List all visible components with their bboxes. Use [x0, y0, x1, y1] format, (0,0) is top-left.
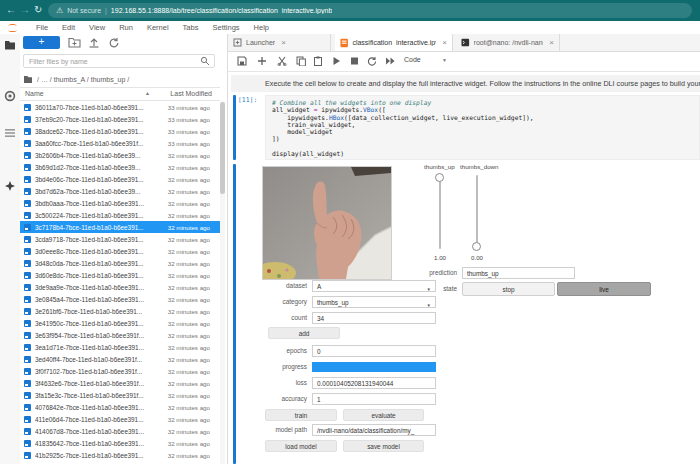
- file-row[interactable]: 3ed40ff4-7bce-11ed-b1a0-b6ee391f... 32 m…: [20, 353, 220, 365]
- slider-label-thumbs-up: thumbs_up: [424, 163, 455, 170]
- markdown-cell[interactable]: Execute the cell below to create and dis…: [231, 75, 700, 92]
- menu-run[interactable]: Run: [112, 23, 140, 32]
- filter-files-input[interactable]: Filter files by name: [23, 54, 215, 68]
- command-palette-icon[interactable]: [4, 128, 16, 138]
- upload-icon[interactable]: [88, 37, 100, 48]
- file-row[interactable]: 3fa15e3c-7bce-11ed-b1a0-b6ee391f... 32 m…: [20, 389, 220, 401]
- file-row[interactable]: 3c7178b4-7bce-11ed-b1a0-b6ee391... 32 mi…: [20, 221, 220, 233]
- file-modified: 32 minutes ago: [152, 344, 210, 351]
- copy-cells-icon[interactable]: [296, 56, 306, 66]
- file-row[interactable]: 3f0f7102-7bce-11ed-b1a0-b6ee391f... 32 m…: [20, 365, 220, 377]
- file-row[interactable]: 3c500224-7bce-11ed-b1a0-b6ee391... 32 mi…: [20, 209, 220, 221]
- menu-help[interactable]: Help: [247, 23, 276, 32]
- stop-kernel-icon[interactable]: [350, 56, 359, 66]
- count-field[interactable]: 34: [312, 312, 436, 324]
- close-tab-icon[interactable]: ×: [442, 38, 447, 47]
- browser-forward-icon[interactable]: →: [20, 3, 30, 17]
- scrollbar-thumb[interactable]: [220, 102, 225, 194]
- file-row[interactable]: 3bd7d62a-7bce-11ed-b1a0-b6ee39... 32 min…: [20, 185, 220, 197]
- state-live-button[interactable]: live: [557, 282, 651, 296]
- file-row[interactable]: 3cda9718-7bce-11ed-b1a0-b6ee391... 32 mi…: [20, 233, 220, 245]
- file-row[interactable]: 3d48c0da-7bce-11ed-b1a0-b6ee391... 32 mi…: [20, 257, 220, 269]
- file-row[interactable]: 37eb9c20-7bce-11ed-b1a0-b6ee391... 33 mi…: [20, 113, 220, 125]
- tab-launcher[interactable]: Launcher ×: [228, 34, 331, 51]
- menu-view[interactable]: View: [82, 23, 112, 32]
- file-row[interactable]: 41b2925c-7bce-11ed-b1a0-b6ee391... 32 mi…: [20, 449, 220, 461]
- file-row[interactable]: 3aa60fcc-7bce-11ed-b1a0-b6ee391f... 33 m…: [20, 137, 220, 149]
- train-button[interactable]: train: [265, 409, 337, 421]
- menu-tabs[interactable]: Tabs: [176, 23, 206, 32]
- save-model-button[interactable]: save model: [343, 440, 424, 452]
- tab-terminal[interactable]: root@nano: /nvdli-nano ×: [456, 34, 560, 51]
- file-row[interactable]: 3b69d1d2-7bce-11ed-b1a0-b6ee39... 32 min…: [20, 161, 220, 173]
- running-kernels-icon[interactable]: [4, 90, 16, 102]
- browser-back-icon[interactable]: ←: [6, 3, 16, 17]
- file-row[interactable]: 3bd4e06c-7bce-11ed-b1a0-b6ee391... 32 mi…: [20, 173, 220, 185]
- state-stop-button[interactable]: stop: [462, 282, 555, 296]
- new-folder-icon[interactable]: [68, 37, 81, 48]
- menu-edit[interactable]: Edit: [55, 23, 82, 32]
- file-row[interactable]: 3b2606b4-7bce-11ed-b1a0-b6ee39... 32 min…: [20, 149, 220, 161]
- menu-file[interactable]: File: [29, 23, 55, 32]
- add-button[interactable]: add: [268, 327, 340, 339]
- thumbs-down-slider-handle[interactable]: [472, 242, 481, 251]
- load-model-button[interactable]: load model: [265, 440, 337, 452]
- menu-kernel[interactable]: Kernel: [140, 23, 176, 32]
- new-launcher-button[interactable]: +: [23, 36, 60, 49]
- menu-settings[interactable]: Settings: [205, 23, 246, 32]
- insert-cell-icon[interactable]: [257, 56, 267, 66]
- active-cell-indicator[interactable]: [233, 95, 236, 160]
- restart-run-all-icon[interactable]: [385, 56, 396, 66]
- image-file-icon: [24, 164, 31, 171]
- browser-refresh-icon[interactable]: ↻: [34, 3, 42, 17]
- column-name[interactable]: Name: [25, 90, 44, 97]
- accuracy-field[interactable]: 1: [312, 393, 436, 405]
- file-row[interactable]: 3d60e8dc-7bce-11ed-b1a0-b6ee391... 32 mi…: [20, 269, 220, 281]
- file-list-header[interactable]: Name ▲ Last Modified: [20, 87, 220, 101]
- file-row[interactable]: 36011a70-7bce-11ed-b1a0-b6ee391... 33 mi…: [20, 101, 220, 113]
- column-last-modified[interactable]: Last Modified: [170, 90, 212, 97]
- run-cell-icon[interactable]: [332, 56, 341, 66]
- file-row[interactable]: 3e261bf6-7bce-11ed-b1a0-b6ee391... 32 mi…: [20, 305, 220, 317]
- file-row[interactable]: 3ea1d71e-7bce-11ed-b1a0-b6ee391... 32 mi…: [20, 341, 220, 353]
- jupyter-logo-icon: [6, 22, 19, 34]
- file-row[interactable]: 3d0eee8c-7bce-11ed-b1a0-b6ee391... 32 mi…: [20, 245, 220, 257]
- category-select[interactable]: thumbs_up ▼: [312, 296, 436, 308]
- file-row[interactable]: 4076842e-7bce-11ed-b1a0-b6ee391... 32 mi…: [20, 401, 220, 413]
- file-row[interactable]: 3bdb0aaa-7bce-11ed-b1a0-b6ee391... 32 mi…: [20, 197, 220, 209]
- restart-kernel-icon[interactable]: [367, 56, 377, 67]
- cell-type-select[interactable]: Code: [404, 56, 421, 63]
- file-browser-icon[interactable]: [4, 40, 16, 51]
- epochs-field[interactable]: 0: [312, 345, 436, 357]
- file-row[interactable]: 3de9aa9e-7bce-11ed-b1a0-b6ee391... 32 mi…: [20, 281, 220, 293]
- close-tab-icon[interactable]: ×: [549, 38, 554, 47]
- tab-classification-interactive[interactable]: classification_interactive.ipyn ×: [335, 34, 453, 51]
- file-row[interactable]: 3e41950c-7bce-11ed-b1a0-b6ee391... 32 mi…: [20, 317, 220, 329]
- address-bar[interactable]: ⚠ Not secure | 192.168.55.1:8888/lab/tre…: [48, 3, 692, 18]
- file-list-scrollbar[interactable]: [220, 101, 225, 464]
- thumbs-up-slider-handle[interactable]: [435, 173, 444, 182]
- thumbs-up-slider[interactable]: [439, 175, 441, 249]
- thumbs-down-slider[interactable]: [476, 175, 478, 249]
- loss-field[interactable]: 0.00010405208131940044: [312, 377, 436, 389]
- file-row[interactable]: 41835642-7bce-11ed-b1a0-b6ee391... 32 mi…: [20, 437, 220, 449]
- file-row[interactable]: 3e63f954-7bce-11ed-b1a0-b6ee391f... 32 m…: [20, 329, 220, 341]
- save-icon[interactable]: [237, 56, 247, 66]
- extension-manager-icon[interactable]: [4, 180, 16, 192]
- home-folder-icon[interactable]: [23, 75, 33, 84]
- refresh-files-icon[interactable]: [108, 37, 120, 49]
- file-row[interactable]: 414067d8-7bce-11ed-b1a0-b6ee391... 32 mi…: [20, 425, 220, 437]
- paste-cells-icon[interactable]: [313, 56, 323, 66]
- close-tab-icon[interactable]: ×: [281, 38, 286, 47]
- breadcrumb[interactable]: / … / thumbs_A / thumbs_up /: [23, 73, 129, 85]
- file-row[interactable]: 3e0845a4-7bce-11ed-b1a0-b6ee391... 32 mi…: [20, 293, 220, 305]
- dataset-select[interactable]: A ▼: [312, 280, 436, 292]
- file-row[interactable]: 38adce62-7bce-11ed-b1a0-b6ee391... 33 mi…: [20, 125, 220, 137]
- prediction-field[interactable]: thumbs_up: [462, 267, 575, 279]
- file-row[interactable]: 411e06d4-7bce-11ed-b1a0-b6ee391... 32 mi…: [20, 413, 220, 425]
- evaluate-button[interactable]: evaluate: [343, 409, 424, 421]
- model-path-field[interactable]: /nvdli-nano/data/classification/my_: [312, 424, 436, 436]
- file-row[interactable]: 3f4632e6-7bce-11ed-b1a0-b6ee391f... 32 m…: [20, 377, 220, 389]
- code-cell[interactable]: # Combine all the widgets into one displ…: [265, 95, 700, 160]
- cut-cells-icon[interactable]: [277, 56, 287, 66]
